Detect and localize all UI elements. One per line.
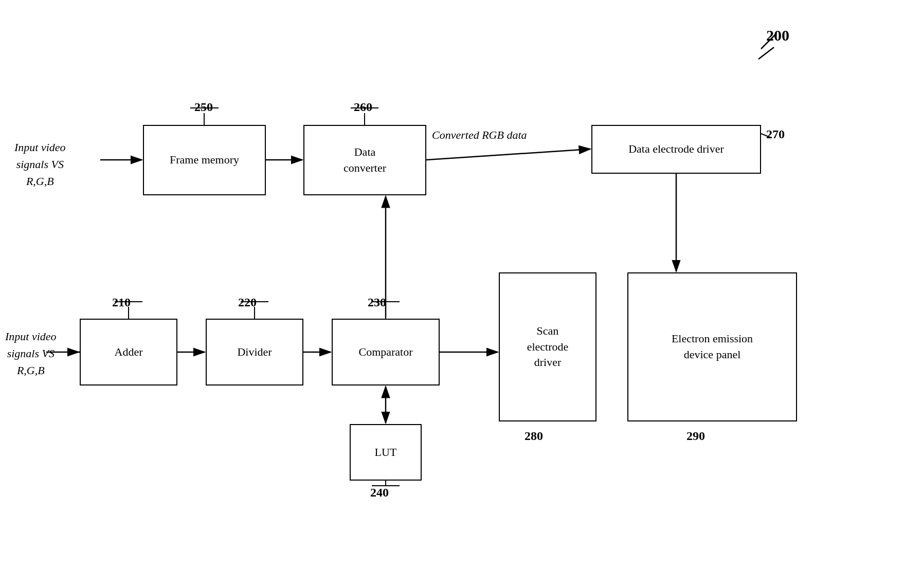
diagram: Frame memory Dataconverter Data electrod… <box>0 0 904 588</box>
comparator-block: Comparator <box>332 319 440 385</box>
input-video-label-2: Input videosignals VSR,G,B <box>5 328 57 379</box>
data-electrode-driver-label: Data electrode driver <box>628 141 724 157</box>
ref-280: 280 <box>525 429 543 443</box>
electron-emission-block: Electron emissiondevice panel <box>627 272 797 421</box>
svg-line-6 <box>426 149 590 160</box>
data-electrode-driver-block: Data electrode driver <box>591 125 761 174</box>
scan-electrode-driver-block: Scanelectrodedriver <box>499 272 596 421</box>
lut-block: LUT <box>350 424 422 481</box>
frame-memory-label: Frame memory <box>170 152 239 168</box>
data-converter-block: Dataconverter <box>303 125 426 195</box>
ref-290: 290 <box>686 429 705 443</box>
data-converter-label: Dataconverter <box>343 144 386 176</box>
ref-260: 260 <box>354 100 372 114</box>
ref-210: 210 <box>112 296 131 309</box>
adder-label: Adder <box>115 344 143 360</box>
ref-270: 270 <box>766 127 785 141</box>
divider-label: Divider <box>237 344 272 360</box>
frame-memory-block: Frame memory <box>143 125 266 195</box>
input-video-label-1: Input videosignals VSR,G,B <box>14 139 66 190</box>
ref-230: 230 <box>368 296 386 309</box>
ref-250: 250 <box>194 100 213 114</box>
scan-electrode-driver-label: Scanelectrodedriver <box>527 323 569 371</box>
ref-240: 240 <box>370 486 389 500</box>
comparator-label: Comparator <box>358 344 412 360</box>
divider-block: Divider <box>206 319 303 385</box>
svg-line-29 <box>758 47 774 59</box>
electron-emission-label: Electron emissiondevice panel <box>672 331 753 363</box>
adder-block: Adder <box>80 319 177 385</box>
ref-220: 220 <box>238 296 257 309</box>
lut-label: LUT <box>375 445 397 461</box>
ref-200: 200 <box>766 27 789 44</box>
converted-rgb-label: Converted RGB data <box>432 128 527 142</box>
